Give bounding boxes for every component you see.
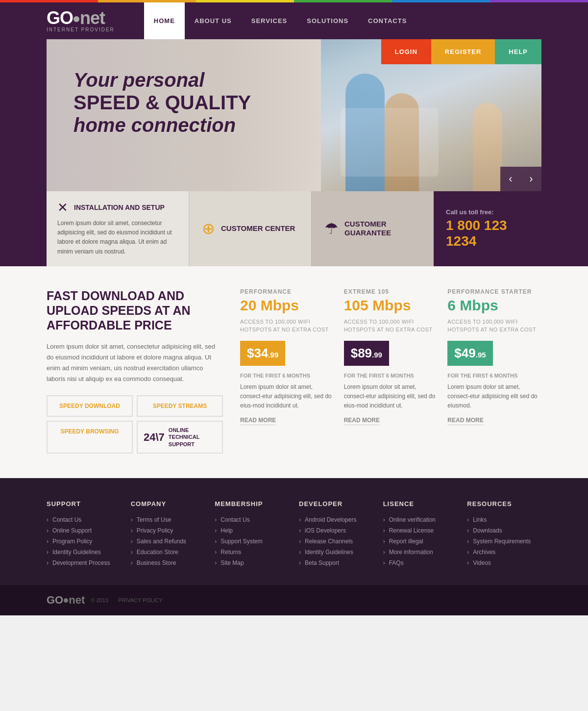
footer-education[interactable]: Education Store (131, 549, 205, 556)
footer-columns: SUPPORT Contact Us Online Support Progra… (47, 500, 541, 570)
plan-extreme: EXTREME 105 105 Mbps ACCESS TO 100,000 W… (344, 288, 438, 454)
nav-contacts[interactable]: CONTACTS (358, 2, 416, 39)
prev-arrow[interactable]: ‹ (500, 167, 521, 191)
plan3-name: PERFORMANCE STARTER (447, 288, 541, 295)
nav-about[interactable]: ABOUT US (185, 2, 242, 39)
plan3-read-more[interactable]: READ MORE (447, 417, 483, 425)
login-button[interactable]: LOGIN (381, 39, 431, 64)
footer-mem-contact[interactable]: Contact Us (215, 516, 289, 523)
footer-online-verify[interactable]: Online verification (383, 516, 458, 523)
footer-terms[interactable]: Terms of Use (131, 516, 205, 523)
badge-download[interactable]: SPEEDY DOWNLOAD (47, 395, 133, 417)
pricing-left: FAST DOWNLOAD AND UPLOAD SPEEDS AT AN AF… (47, 288, 223, 454)
plan2-duration: FOR THE FIRST 6 MONTHS (344, 373, 438, 379)
footer-col-developer: DEVELOPER Android Developers iOS Develop… (299, 500, 373, 570)
footer-logo-dot-icon (64, 598, 68, 603)
footer-company-heading: COMPANY (131, 500, 205, 508)
footer-renewal[interactable]: Renewal License (383, 527, 458, 534)
footer-dev-identity[interactable]: Identity Guidelines (299, 549, 373, 556)
installation-title: INSTALLATION AND SETUP (74, 203, 165, 212)
footer-videos[interactable]: Videos (467, 559, 541, 566)
register-button[interactable]: REGISTER (431, 39, 495, 64)
footer-faqs[interactable]: FAQs (383, 559, 458, 566)
pricing-section: FAST DOWNLOAD AND UPLOAD SPEEDS AT AN AF… (0, 266, 588, 478)
plan2-read-more[interactable]: READ MORE (344, 417, 380, 425)
help-button[interactable]: HELP (495, 39, 541, 64)
footer-col-membership: MEMBERSHIP Contact Us Help Support Syste… (215, 500, 289, 570)
footer-online-support[interactable]: Online Support (47, 527, 121, 534)
footer-sys-req[interactable]: System Requirements (467, 538, 541, 545)
footer-mem-sitemap[interactable]: Site Map (215, 559, 289, 566)
footer-mem-returns[interactable]: Returns (215, 549, 289, 556)
support-num: 24\7 (144, 431, 165, 444)
feature-badges: SPEEDY DOWNLOAD SPEEDY STREAMS (47, 395, 223, 417)
footer-mem-help[interactable]: Help (215, 527, 289, 534)
logo-text: GOnet (47, 9, 115, 27)
next-arrow[interactable]: › (521, 167, 541, 191)
footer-development-process[interactable]: Development Process (47, 559, 121, 566)
footer-links[interactable]: Links (467, 516, 541, 523)
badge-streams[interactable]: SPEEDY STREAMS (137, 395, 223, 417)
hero-line1: Your personal (74, 69, 204, 91)
footer-android[interactable]: Android Developers (299, 516, 373, 523)
badge-browsing[interactable]: SPEEDY BROWSING (47, 421, 133, 454)
footer-support-heading: SUPPORT (47, 500, 121, 508)
footer-developer-heading: DEVELOPER (299, 500, 373, 508)
pricing-body: Lorem ipsum dolor sit amet, consectetur … (47, 341, 223, 384)
plans-container: PERFORMANCE 20 Mbps ACCESS TO 100,000 WI… (240, 288, 541, 454)
footer-copyright: © 2013 (91, 597, 108, 603)
footer-license-heading: LISENCE (383, 500, 458, 508)
main-nav: HOME ABOUT US SERVICES SOLUTIONS CONTACT… (144, 2, 417, 39)
footer-contact-us[interactable]: Contact Us (47, 516, 121, 523)
plan3-feature: ACCESS TO 100,000 WIFI HOTSPOTS AT NO EX… (447, 318, 541, 334)
footer-col-company: COMPANY Terms of Use Privacy Policy Sale… (131, 500, 205, 570)
support-label: ONLINE TECHNICAL SUPPORT (169, 427, 216, 448)
hero-area: LOGIN REGISTER HELP Your personal SPEED … (0, 39, 588, 266)
plan3-price: $49 .95 (447, 341, 492, 366)
pricing-heading: FAST DOWNLOAD AND UPLOAD SPEEDS AT AN AF… (47, 288, 223, 332)
footer-mem-support[interactable]: Support System (215, 538, 289, 545)
nav-home[interactable]: HOME (144, 2, 185, 39)
pricing-inner: FAST DOWNLOAD AND UPLOAD SPEEDS AT AN AF… (47, 288, 541, 454)
footer-bottom: GO net © 2013 PRIVACY POLICY (0, 585, 588, 615)
plan3-speed: 6 Mbps (447, 297, 541, 314)
plan2-price: $89 .99 (344, 341, 389, 366)
header: GOnet INTERNET PROVIDER HOME ABOUT US SE… (0, 2, 588, 39)
footer-ios[interactable]: iOS Developers (299, 527, 373, 534)
logo-go: GO (47, 8, 73, 28)
footer-archives[interactable]: Archives (467, 549, 541, 556)
plan2-feature: ACCESS TO 100,000 WIFI HOTSPOTS AT NO EX… (344, 318, 438, 334)
footer-more-info[interactable]: More information (383, 549, 458, 556)
call-label: Call us toll free: (446, 208, 529, 216)
logo-subtitle: INTERNET PROVIDER (47, 27, 115, 32)
footer-downloads[interactable]: Downloads (467, 527, 541, 534)
plan3-duration: FOR THE FIRST 6 MONTHS (447, 373, 541, 379)
footer-business[interactable]: Business Store (131, 559, 205, 566)
plan3-cents: .95 (476, 351, 486, 359)
plan-performance: PERFORMANCE 20 Mbps ACCESS TO 100,000 WI… (240, 288, 334, 454)
hero-line2: SPEED & QUALITY (74, 92, 251, 113)
footer-program-policy[interactable]: Program Policy (47, 538, 121, 545)
customer-guarantee-title: CUSTOMER GUARANTEE (344, 220, 421, 237)
footer-sales[interactable]: Sales and Refunds (131, 538, 205, 545)
footer-release-channels[interactable]: Release Channels (299, 538, 373, 545)
plan2-speed: 105 Mbps (344, 297, 438, 314)
plan1-read-more[interactable]: READ MORE (240, 417, 276, 425)
umbrella-icon: ☂ (324, 219, 339, 238)
installation-panel: ✕ INSTALLATION AND SETUP Lorem ipsum dol… (47, 191, 189, 266)
footer-identity-guidelines[interactable]: Identity Guidelines (47, 549, 121, 556)
plan1-name: PERFORMANCE (240, 288, 334, 295)
hero-bottom-panels: ✕ INSTALLATION AND SETUP Lorem ipsum dol… (47, 191, 541, 266)
nav-services[interactable]: SERVICES (242, 2, 297, 39)
footer-beta[interactable]: Beta Support (299, 559, 373, 566)
customer-guarantee-panel[interactable]: ☂ CUSTOMER GUARANTEE (311, 191, 434, 266)
footer-privacy-link[interactable]: PRIVACY POLICY (118, 597, 163, 603)
nav-solutions[interactable]: SOLUTIONS (297, 2, 358, 39)
footer-col-support: SUPPORT Contact Us Online Support Progra… (47, 500, 121, 570)
customer-center-panel[interactable]: ⊕ CUSTOMER CENTER (189, 191, 311, 266)
plan1-feature: ACCESS TO 100,000 WIFI HOTSPOTS AT NO EX… (240, 318, 334, 334)
footer-privacy[interactable]: Privacy Policy (131, 527, 205, 534)
footer-report[interactable]: Report illegal (383, 538, 458, 545)
plan1-dollar: $34 (247, 346, 268, 361)
panel-header: ✕ INSTALLATION AND SETUP (57, 201, 178, 214)
